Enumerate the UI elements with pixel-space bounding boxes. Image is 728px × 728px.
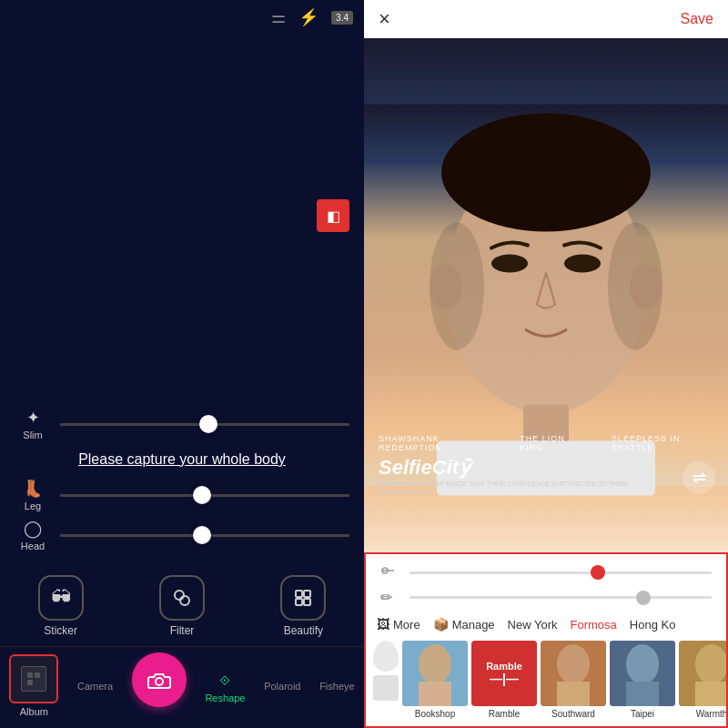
- leg-icon: 👢: [23, 479, 43, 499]
- svg-point-20: [608, 223, 662, 350]
- save-button[interactable]: Save: [681, 11, 713, 27]
- svg-rect-29: [557, 682, 590, 706]
- city-hong-kong[interactable]: Hong Ko: [630, 618, 676, 632]
- svg-point-16: [441, 114, 651, 232]
- beautify-label: Beautify: [284, 624, 323, 637]
- cities-row: 🖼 More 📦 Manage New York Formosa Hong Ko: [366, 613, 726, 637]
- filter-southward[interactable]: Southward: [541, 641, 606, 719]
- selfie-city-logo: SelfieCitȳ: [379, 456, 470, 480]
- photo-overlay: SHAWSHANK REDEMPTION THE LION KING SLEEP…: [364, 434, 728, 498]
- filter-sliders: ✏: [366, 563, 726, 606]
- movie-1: SHAWSHANK REDEMPTION: [379, 434, 492, 452]
- filter-label: Filter: [170, 624, 195, 637]
- left-panel: ⚌ ⚡ 3.4 ◧ ✦ Slim Please capture your who…: [0, 0, 364, 728]
- filter-warmth[interactable]: Warmth: [679, 641, 726, 719]
- nav-album[interactable]: Album: [9, 654, 58, 717]
- beautify-icon: [280, 575, 326, 621]
- close-button[interactable]: ×: [379, 7, 390, 31]
- filter-slider-icon-1: [380, 563, 402, 581]
- svg-rect-8: [27, 680, 33, 685]
- flash-icon[interactable]: ⚡: [298, 7, 318, 27]
- bookshop-thumb: [402, 641, 468, 706]
- album-label: Album: [20, 706, 48, 717]
- filter-tool[interactable]: Filter: [159, 575, 205, 637]
- city-formosa[interactable]: Formosa: [571, 618, 617, 632]
- left-preview: ◧: [0, 35, 364, 397]
- taipei-thumb: [610, 641, 675, 706]
- nav-camera[interactable]: Camera: [77, 681, 113, 692]
- filter-panel: ✏ 🖼 More 📦 Manage New York Formosa Hong …: [364, 552, 728, 728]
- overlay-caption: SOMETHING IN DEEP INSIDE THAT THEIR CONF…: [379, 480, 652, 498]
- leg-label-col: 👢 Leg: [15, 479, 51, 511]
- filter-track-2[interactable]: [410, 596, 712, 599]
- slim-slider-row: ✦ Slim: [15, 408, 349, 440]
- drop-icon[interactable]: [373, 641, 399, 672]
- filter-slider-icon-2: ✏: [380, 589, 402, 606]
- svg-point-25: [419, 644, 451, 684]
- filter-slider-1: [380, 563, 712, 581]
- svg-rect-7: [35, 672, 40, 678]
- head-label-col: ◯ Head: [15, 519, 51, 551]
- sliders-icon[interactable]: ⚌: [271, 7, 286, 27]
- filter-bookshop[interactable]: Bookshop: [402, 641, 468, 719]
- ramble-dash: —|—: [490, 672, 519, 686]
- slim-track[interactable]: [60, 423, 349, 426]
- slim-label: Slim: [23, 430, 42, 440]
- shuffle-button[interactable]: ⇌: [682, 461, 715, 494]
- svg-point-0: [175, 591, 184, 600]
- polaroid-label: Polaroid: [264, 681, 300, 692]
- right-panel: × Save: [364, 0, 728, 728]
- camera-label: Camera: [77, 681, 113, 692]
- capture-message: Please capture your whole body: [42, 451, 322, 467]
- svg-point-12: [491, 255, 528, 273]
- fisheye-label: Fisheye: [319, 681, 355, 692]
- album-icon: [21, 666, 46, 692]
- album-button[interactable]: [9, 654, 58, 703]
- warmth-thumb: [679, 641, 726, 706]
- shape-icons: [373, 641, 399, 719]
- movie-3: SLEEPLESS IN SEATTLE: [612, 434, 713, 452]
- filter-taipei[interactable]: Taipei: [610, 641, 675, 719]
- svg-rect-6: [27, 672, 33, 678]
- filter-ramble[interactable]: Ramble —|— Ramble: [471, 641, 537, 719]
- city-new-york[interactable]: New York: [508, 618, 558, 632]
- filter-slider-2: ✏: [380, 589, 712, 606]
- compare-button[interactable]: ◧: [317, 199, 349, 232]
- svg-rect-3: [304, 591, 310, 597]
- beautify-tool[interactable]: Beautify: [280, 575, 326, 637]
- nav-camera-center: [132, 662, 187, 710]
- filters-scroll: Bookshop Ramble —|— Ramble: [366, 637, 726, 726]
- manage-label: Manage: [452, 618, 495, 632]
- sticker-icon: 🕶: [38, 575, 84, 621]
- head-icon: ◯: [24, 519, 42, 539]
- badge-value: 3.4: [331, 11, 353, 25]
- svg-point-31: [626, 644, 659, 684]
- nav-reshape[interactable]: ⟐ Reshape: [205, 669, 245, 703]
- slim-label-col: ✦ Slim: [15, 408, 51, 440]
- nav-fisheye[interactable]: Fisheye: [319, 681, 355, 692]
- leg-track[interactable]: [60, 494, 349, 497]
- city-manage[interactable]: 📦 Manage: [433, 617, 495, 632]
- more-label: More: [393, 618, 420, 632]
- reshape-icon: ⟐: [219, 669, 230, 690]
- sliders-section: ✦ Slim Please capture your whole body 👢 …: [0, 397, 364, 562]
- svg-rect-5: [304, 599, 310, 605]
- city-more[interactable]: 🖼 More: [377, 617, 420, 632]
- svg-rect-32: [626, 682, 659, 706]
- southward-thumb: [541, 641, 606, 706]
- ramble-label: Ramble: [489, 709, 520, 719]
- sticker-tool[interactable]: 🕶 Sticker: [38, 575, 84, 637]
- left-toolbar: ⚌ ⚡ 3.4: [0, 0, 364, 35]
- svg-point-19: [430, 223, 484, 350]
- nav-polaroid[interactable]: Polaroid: [264, 681, 300, 692]
- head-track[interactable]: [60, 534, 349, 537]
- ramble-text: Ramble: [486, 661, 522, 672]
- square-icon[interactable]: [373, 675, 399, 701]
- leg-label: Leg: [25, 500, 41, 511]
- svg-point-28: [557, 644, 590, 684]
- svg-rect-26: [419, 682, 451, 706]
- movie-titles: SHAWSHANK REDEMPTION THE LION KING SLEEP…: [379, 434, 713, 452]
- bookshop-label: Bookshop: [415, 709, 455, 719]
- filter-track-1[interactable]: [410, 571, 712, 574]
- camera-capture-button[interactable]: [132, 652, 187, 707]
